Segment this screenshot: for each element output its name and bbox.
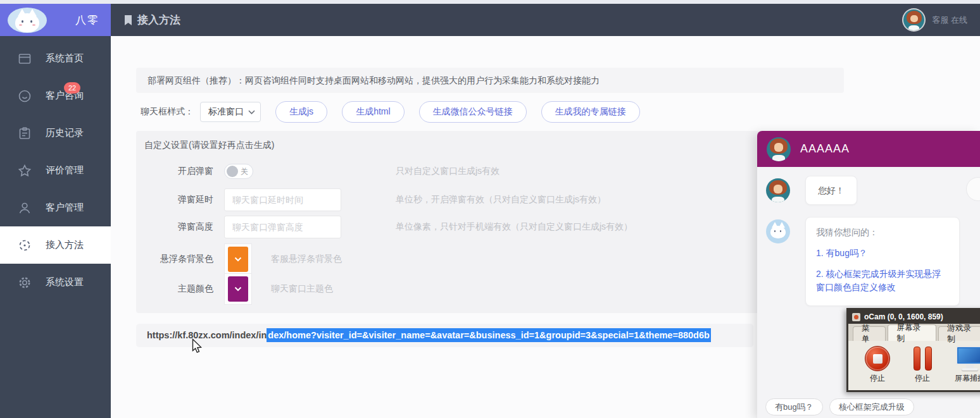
floatbar-color-row: 悬浮条背景色 客服悬浮条背景色 (136, 243, 844, 275)
chevron-down-icon (234, 257, 242, 262)
ocam-title: oCam (0, 0, 1600, 859) (864, 312, 943, 321)
popup-height-label: 弹窗高度 (136, 221, 213, 233)
popup-delay-hint: 单位秒，开启弹窗有效（只对自定义窗口生成js有效） (396, 194, 606, 206)
ocam-tab-menu[interactable]: 菜单 (853, 326, 886, 341)
gear-icon (17, 275, 32, 290)
ocam-tab-game-record[interactable]: 游戏录制 (938, 326, 980, 341)
ocam-toolbar: 停止 停止 屏幕捕捉 (848, 341, 980, 390)
message-avatar (766, 178, 790, 202)
suggestions-bubble: 我猜你想问的： 1. 有bug吗？ 2. 核心框架完成升级并实现悬浮窗口颜色自定… (805, 217, 960, 306)
quick-reply-chip[interactable]: 核心框架完成升级 (829, 398, 914, 415)
url-selected-text: dex/home?visiter_id=&visiter_name=&avata… (267, 328, 711, 342)
sidebar-item-label: 历史记录 (46, 127, 84, 139)
clipboard-icon (17, 126, 32, 141)
sidebar-nav: 系统首页 客户咨询 22 历史记录 评价管理 客户管理 接入方法 (0, 36, 111, 301)
suggestions-title: 我猜你想问的： (816, 227, 949, 238)
ocam-pause-button[interactable]: 停止 (910, 346, 935, 390)
popup-hint: 只对自定义窗口生成js有效 (396, 166, 499, 177)
ocam-stop-button[interactable]: 停止 (865, 346, 890, 390)
toggle-knob (227, 166, 238, 177)
chat-style-value: 标准窗口 (208, 106, 244, 118)
theme-color-row: 主题颜色 聊天窗口主题色 (136, 273, 844, 305)
ocam-tabs: 菜单 屏幕录制 游戏录制 (848, 324, 980, 341)
sidebar-item-home[interactable]: 系统首页 (0, 40, 111, 77)
sidebar-item-label: 系统首页 (46, 52, 84, 65)
suggestion-link[interactable]: 1. 有bug吗？ (816, 247, 949, 261)
stop-icon (865, 346, 890, 371)
sidebar-item-customers[interactable]: 客户管理 (0, 189, 111, 226)
sidebar: 八零 系统首页 客户咨询 22 历史记录 评价管理 客户管理 (0, 4, 111, 418)
pause-icon (910, 346, 935, 371)
generated-url-bar[interactable]: https://kf.80zx.com/index/index/home?vis… (136, 324, 753, 347)
toggle-state: 关 (241, 166, 248, 177)
ocam-screen-capture-button[interactable]: 屏幕捕捉 (955, 346, 980, 390)
floatbar-color-hint: 客服悬浮条背景色 (271, 254, 342, 265)
popup-toggle[interactable]: 关 (224, 164, 253, 179)
smiley-icon (17, 89, 32, 104)
star-icon (17, 163, 32, 178)
settings-title: 自定义设置(请设置好再点击生成) (144, 140, 274, 151)
app-logo: 八零 (0, 4, 111, 36)
sidebar-item-settings[interactable]: 系统设置 (0, 264, 111, 301)
chat-widget-header: AAAAAA (757, 131, 980, 167)
ocam-window: oCam (0, 0, 1600, 859) 菜单 屏幕录制 游戏录制 停止 停… (846, 308, 980, 392)
cat-logo-icon (8, 8, 47, 33)
chat-widget-title: AAAAAA (800, 142, 850, 156)
popup-height-row: 弹窗高度 单位像素，只针对手机端有效（只对自定义窗口生成js有效） (136, 216, 844, 238)
theme-color-swatch (228, 276, 248, 302)
chat-style-row: 聊天框样式： 标准窗口 生成js 生成html 生成微信公众号链接 生成我的专属… (141, 101, 640, 123)
url-plain-text: https://kf.80zx.com/index/in (147, 330, 267, 340)
bookmark-icon (123, 15, 133, 26)
sidebar-item-history[interactable]: 历史记录 (0, 114, 111, 152)
page-title-group: 接入方法 (123, 13, 180, 27)
quick-reply-chip[interactable]: 有bug吗？ (765, 398, 823, 415)
popup-toggle-label: 开启弹窗 (136, 166, 213, 177)
agent-avatar[interactable] (903, 9, 924, 30)
popup-height-hint: 单位像素，只针对手机端有效（只对自定义窗口生成js有效） (396, 221, 632, 233)
monitor-icon (955, 346, 980, 371)
theme-color-label: 主题颜色 (136, 283, 213, 295)
greeting-bubble: 您好！ (805, 176, 857, 205)
popup-delay-input[interactable] (224, 188, 341, 211)
generate-js-button[interactable]: 生成js (275, 101, 327, 123)
floatbar-color-picker[interactable] (224, 243, 252, 275)
window-icon (17, 51, 32, 66)
suggestion-link[interactable]: 2. 核心框架完成升级并实现悬浮窗口颜色自定义修改 (816, 267, 949, 295)
sidebar-item-consult[interactable]: 客户咨询 22 (0, 77, 111, 114)
generate-exclusive-link-button[interactable]: 生成我的专属链接 (541, 101, 640, 123)
sidebar-item-label: 评价管理 (46, 164, 84, 176)
ocam-tab-screen-record[interactable]: 屏幕录制 (888, 324, 936, 341)
theme-color-hint: 聊天窗口主题色 (271, 283, 333, 295)
generate-wechat-link-button[interactable]: 生成微信公众号链接 (419, 101, 527, 123)
popup-height-input[interactable] (224, 216, 341, 238)
sidebar-item-label: 客户管理 (46, 202, 84, 214)
sidebar-item-reviews[interactable]: 评价管理 (0, 152, 111, 189)
chevron-down-icon (248, 110, 255, 114)
user-box[interactable]: 客服 在线 (903, 9, 967, 30)
sidebar-item-integration[interactable]: 接入方法 (0, 226, 111, 264)
theme-color-picker[interactable] (224, 273, 252, 305)
person-icon (17, 200, 32, 216)
app-name: 八零 (75, 13, 99, 27)
link-icon (17, 238, 32, 253)
popup-delay-label: 弹窗延时 (136, 194, 213, 206)
agent-status: 客服 在线 (932, 15, 967, 26)
popup-delay-row: 弹窗延时 单位秒，开启弹窗有效（只对自定义窗口生成js有效） (136, 188, 844, 211)
generate-html-button[interactable]: 生成html (342, 101, 404, 123)
floatbar-color-label: 悬浮条背景色 (136, 254, 213, 265)
deploy-notice: 部署网页组件（推荐）：网页咨询组件同时支持桌面网站和移动网站，提供强大的用户行为… (136, 68, 844, 93)
custom-settings-panel: 自定义设置(请设置好再点击生成) 开启弹窗 关 只对自定义窗口生成js有效 弹窗… (136, 131, 844, 313)
bot-avatar (766, 219, 790, 243)
ocam-app-icon (852, 313, 860, 321)
collapse-button[interactable] (966, 177, 980, 201)
sidebar-item-label: 系统设置 (46, 276, 84, 288)
unread-badge: 22 (64, 82, 80, 94)
page-title: 接入方法 (137, 13, 180, 27)
screen: 八零 系统首页 客户咨询 22 历史记录 评价管理 客户管理 (0, 0, 980, 418)
chat-agent-avatar (767, 137, 791, 161)
top-header: 接入方法 客服 在线 (111, 4, 980, 36)
chat-style-select[interactable]: 标准窗口 (200, 102, 261, 122)
floatbar-color-swatch (228, 247, 248, 272)
chevron-down-icon (234, 286, 242, 292)
quick-replies: 有bug吗？ 核心框架完成升级 (765, 398, 914, 415)
